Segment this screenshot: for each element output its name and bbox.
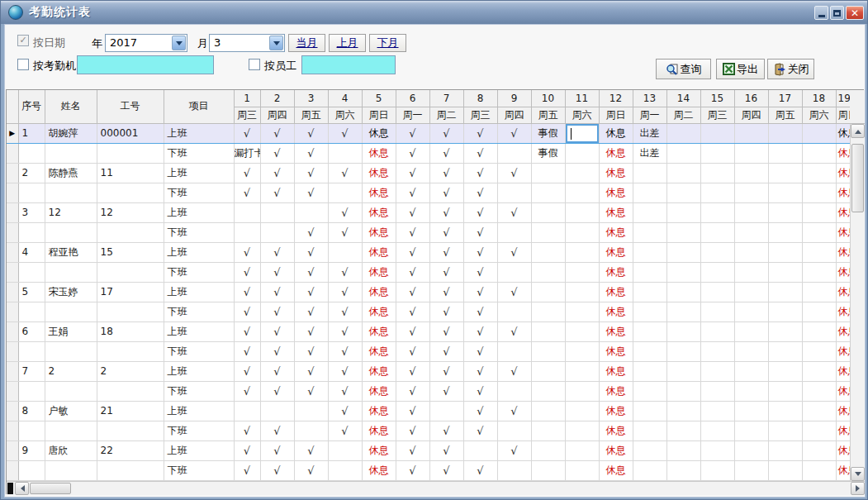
seq-cell[interactable]: 5 xyxy=(18,282,45,302)
grid-cell[interactable]: √ xyxy=(396,282,429,302)
seq-cell[interactable]: 4 xyxy=(18,242,45,262)
grid-cell[interactable] xyxy=(802,460,836,480)
grid-cell[interactable] xyxy=(260,401,294,421)
query-button[interactable]: 查询 xyxy=(656,59,711,79)
employee-id-cell[interactable] xyxy=(97,302,164,321)
grid-cell[interactable] xyxy=(700,202,734,222)
name-cell[interactable] xyxy=(45,302,97,321)
grid-cell[interactable]: √ xyxy=(260,341,294,361)
grid-cell[interactable]: 休息 xyxy=(599,302,633,321)
grid-cell[interactable]: 休息 xyxy=(362,262,396,282)
grid-cell[interactable] xyxy=(633,321,666,341)
grid-cell[interactable] xyxy=(802,123,836,143)
grid-cell[interactable]: √ xyxy=(463,341,497,361)
grid-cell[interactable]: √ xyxy=(294,460,328,480)
grid-cell[interactable]: √ xyxy=(396,341,429,361)
grid-cell[interactable] xyxy=(768,460,802,480)
shift-cell[interactable]: 上班 xyxy=(164,123,234,143)
grid-cell[interactable] xyxy=(328,460,362,480)
export-button[interactable]: 导出 xyxy=(716,59,765,79)
grid-cell[interactable] xyxy=(734,143,768,163)
grid-cell[interactable] xyxy=(633,163,666,183)
grid-cell[interactable] xyxy=(734,222,768,242)
grid-cell[interactable] xyxy=(734,361,768,381)
grid-cell[interactable] xyxy=(497,460,531,480)
name-cell[interactable]: 胡婉萍 xyxy=(45,123,97,143)
employee-id-cell[interactable] xyxy=(97,421,164,440)
shift-cell[interactable]: 上班 xyxy=(164,202,234,222)
shift-cell[interactable]: 上班 xyxy=(164,163,234,183)
row-stub[interactable] xyxy=(7,222,18,242)
grid-cell[interactable]: √ xyxy=(429,282,463,302)
grid-cell[interactable] xyxy=(666,460,700,480)
grid-cell[interactable]: 休息 xyxy=(836,262,850,282)
grid-cell[interactable] xyxy=(531,282,565,302)
employee-id-cell[interactable]: 15 xyxy=(97,242,164,262)
grid-cell[interactable] xyxy=(768,242,802,262)
grid-cell[interactable]: √ xyxy=(328,421,362,440)
vertical-scrollbar[interactable] xyxy=(850,124,865,481)
grid-cell[interactable]: √ xyxy=(429,302,463,321)
grid-cell[interactable] xyxy=(768,361,802,381)
grid-cell[interactable]: √ xyxy=(429,321,463,341)
seq-cell[interactable]: 8 xyxy=(18,401,45,421)
grid-cell[interactable]: √ xyxy=(463,302,497,321)
grid-cell[interactable]: √ xyxy=(294,262,328,282)
grid-cell[interactable]: √ xyxy=(463,321,497,341)
grid-cell[interactable] xyxy=(734,282,768,302)
editing-cell[interactable] xyxy=(565,123,599,143)
grid-cell[interactable]: √ xyxy=(396,381,429,401)
row-stub[interactable] xyxy=(7,242,18,262)
grid-cell[interactable]: 休息 xyxy=(362,242,396,262)
grid-cell[interactable]: √ xyxy=(294,242,328,262)
grid-cell[interactable]: 休息 xyxy=(599,163,633,183)
grid-cell[interactable]: 事假 xyxy=(531,143,565,163)
employee-id-cell[interactable]: 000001 xyxy=(97,123,164,143)
name-cell[interactable] xyxy=(45,262,97,282)
grid-cell[interactable] xyxy=(700,381,734,401)
name-cell[interactable] xyxy=(45,143,97,163)
grid-cell[interactable] xyxy=(565,183,599,202)
grid-cell[interactable] xyxy=(633,262,666,282)
grid-cell[interactable] xyxy=(565,460,599,480)
shift-cell[interactable]: 下班 xyxy=(164,460,234,480)
grid-cell[interactable]: √ xyxy=(328,341,362,361)
row-stub[interactable] xyxy=(7,341,18,361)
grid-cell[interactable] xyxy=(565,282,599,302)
grid-cell[interactable]: √ xyxy=(234,163,260,183)
grid-cell[interactable] xyxy=(666,123,700,143)
name-cell[interactable] xyxy=(45,381,97,401)
grid-cell[interactable] xyxy=(565,341,599,361)
name-cell[interactable]: 唐欣 xyxy=(45,440,97,460)
grid-cell[interactable] xyxy=(700,302,734,321)
grid-cell[interactable] xyxy=(531,222,565,242)
grid-cell[interactable]: √ xyxy=(497,321,531,341)
maximize-button[interactable] xyxy=(830,6,844,20)
grid-cell[interactable]: 休息 xyxy=(362,381,396,401)
employee-id-cell[interactable]: 17 xyxy=(97,282,164,302)
grid-cell[interactable]: √ xyxy=(429,341,463,361)
grid-cell[interactable]: √ xyxy=(234,361,260,381)
grid-cell[interactable]: √ xyxy=(396,202,429,222)
grid-cell[interactable]: √ xyxy=(260,421,294,440)
grid-cell[interactable]: 休息 xyxy=(362,163,396,183)
employee-id-cell[interactable] xyxy=(97,262,164,282)
grid-cell[interactable]: √ xyxy=(497,401,531,421)
employee-id-cell[interactable] xyxy=(97,341,164,361)
row-stub[interactable] xyxy=(7,421,18,440)
grid-cell[interactable] xyxy=(802,202,836,222)
grid-cell[interactable] xyxy=(234,401,260,421)
grid-cell[interactable]: √ xyxy=(463,222,497,242)
grid-cell[interactable]: √ xyxy=(328,123,362,143)
scroll-down-button[interactable] xyxy=(851,467,865,481)
grid-cell[interactable]: √ xyxy=(463,143,497,163)
grid-cell[interactable]: 休息 xyxy=(836,282,850,302)
grid-cell[interactable]: 休息 xyxy=(836,163,850,183)
grid-cell[interactable]: 休息 xyxy=(599,460,633,480)
grid-cell[interactable]: √ xyxy=(294,183,328,202)
seq-cell[interactable]: 6 xyxy=(18,321,45,341)
grid-cell[interactable]: √ xyxy=(328,361,362,381)
grid-cell[interactable]: √ xyxy=(260,381,294,401)
grid-cell[interactable]: √ xyxy=(294,440,328,460)
grid-cell[interactable] xyxy=(666,321,700,341)
